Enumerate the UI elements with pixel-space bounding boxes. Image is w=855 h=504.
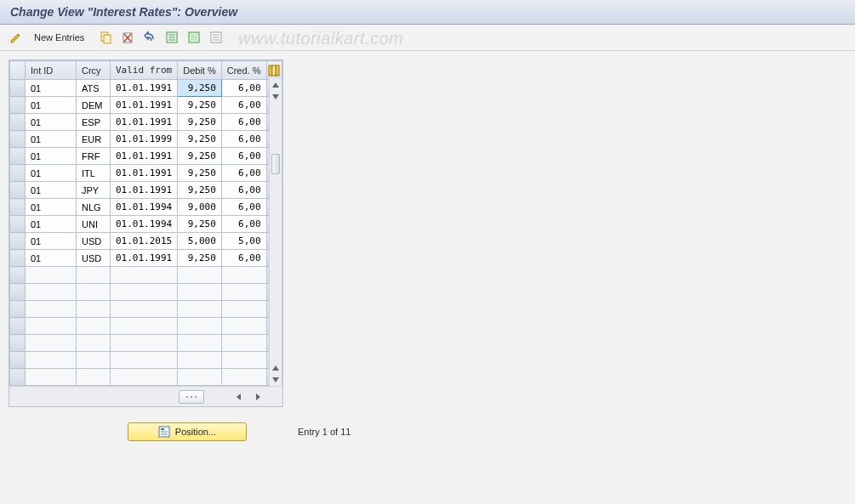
cell-debit[interactable]: 9,000: [178, 199, 222, 216]
scroll-right-icon[interactable]: [250, 390, 265, 404]
cell-cred[interactable]: 6,00: [221, 114, 266, 131]
cell-debit[interactable]: 9,250: [178, 148, 222, 165]
cell-intid[interactable]: 01: [26, 216, 77, 233]
first-column-button[interactable]: [179, 390, 204, 404]
cell-valid[interactable]: 01.01.1991: [111, 80, 178, 97]
cell-crcy[interactable]: JPY: [77, 182, 111, 199]
cell-debit[interactable]: 9,250: [178, 114, 222, 131]
cell-crcy[interactable]: ESP: [77, 114, 111, 131]
cell-crcy[interactable]: EUR: [77, 131, 111, 148]
table-row[interactable]: 01USD01.01.19919,2506,00: [10, 250, 282, 267]
cell-cred[interactable]: 5,00: [221, 233, 266, 250]
table-row[interactable]: 01UNI01.01.19949,2506,00: [10, 216, 282, 233]
cell-debit[interactable]: 9,250: [178, 80, 222, 97]
cell-cred[interactable]: 6,00: [221, 80, 266, 97]
select-all-icon[interactable]: [162, 28, 181, 47]
cell-crcy[interactable]: NLG: [77, 199, 111, 216]
cell-valid[interactable]: 01.01.1991: [111, 97, 178, 114]
table-row[interactable]: 01JPY01.01.19919,2506,00: [10, 182, 282, 199]
new-entries-button[interactable]: New Entries: [29, 31, 89, 44]
cell-cred[interactable]: 6,00: [221, 97, 266, 114]
cell-intid[interactable]: 01: [26, 199, 77, 216]
cell-debit[interactable]: 9,250: [178, 97, 222, 114]
cell-intid[interactable]: 01: [26, 233, 77, 250]
cell-valid[interactable]: 01.01.1999: [111, 131, 178, 148]
table-row[interactable]: 01ITL01.01.19919,2506,00: [10, 165, 282, 182]
cell-cred[interactable]: 6,00: [221, 199, 266, 216]
cell-cred[interactable]: 6,00: [221, 250, 266, 267]
select-all-header[interactable]: [10, 61, 26, 80]
col-header-cred[interactable]: Cred. %: [221, 61, 266, 80]
cell-crcy[interactable]: ITL: [77, 165, 111, 182]
col-header-valid[interactable]: Valid from: [111, 61, 178, 80]
position-button[interactable]: Position...: [128, 422, 247, 441]
delete-icon[interactable]: [118, 28, 137, 47]
table-row[interactable]: 01EUR01.01.19999,2506,00: [10, 131, 282, 148]
row-selector[interactable]: [10, 250, 26, 267]
row-selector[interactable]: [10, 97, 26, 114]
table-row[interactable]: 01FRF01.01.19919,2506,00: [10, 148, 282, 165]
scroll-left-icon[interactable]: [231, 390, 247, 404]
cell-crcy[interactable]: USD: [77, 250, 111, 267]
cell-debit[interactable]: 9,250: [178, 131, 222, 148]
vertical-scrollbar[interactable]: [269, 79, 282, 386]
table-row[interactable]: 01NLG01.01.19949,0006,00: [10, 199, 282, 216]
col-header-crcy[interactable]: Crcy: [77, 61, 111, 80]
cell-intid[interactable]: 01: [26, 80, 77, 97]
scroll-up-icon[interactable]: [270, 79, 282, 91]
cell-intid[interactable]: 01: [26, 131, 77, 148]
cell-debit[interactable]: 5,000: [178, 233, 222, 250]
cell-debit[interactable]: 9,250: [178, 216, 222, 233]
row-selector[interactable]: [10, 131, 26, 148]
scroll-up-icon-bottom[interactable]: [270, 362, 282, 374]
copy-icon[interactable]: [96, 28, 115, 47]
change-icon[interactable]: [7, 28, 26, 47]
cell-crcy[interactable]: ATS: [77, 80, 111, 97]
cell-crcy[interactable]: USD: [77, 233, 111, 250]
cell-valid[interactable]: 01.01.1991: [111, 165, 178, 182]
cell-valid[interactable]: 01.01.1994: [111, 216, 178, 233]
row-selector[interactable]: [10, 114, 26, 131]
table-row[interactable]: 01DEM01.01.19919,2506,00: [10, 97, 282, 114]
cell-cred[interactable]: 6,00: [221, 131, 266, 148]
cell-cred[interactable]: 6,00: [221, 216, 266, 233]
cell-cred[interactable]: 6,00: [221, 165, 266, 182]
row-selector[interactable]: [10, 165, 26, 182]
scroll-down-icon[interactable]: [270, 374, 282, 386]
col-header-intid[interactable]: Int ID: [26, 61, 77, 80]
row-selector[interactable]: [10, 216, 26, 233]
cell-intid[interactable]: 01: [26, 165, 77, 182]
cell-debit[interactable]: 9,250: [178, 182, 222, 199]
cell-intid[interactable]: 01: [26, 182, 77, 199]
scroll-thumb[interactable]: [271, 154, 280, 174]
cell-intid[interactable]: 01: [26, 114, 77, 131]
cell-valid[interactable]: 01.01.1991: [111, 114, 178, 131]
col-header-debit[interactable]: Debit %: [178, 61, 222, 80]
cell-intid[interactable]: 01: [26, 148, 77, 165]
cell-valid[interactable]: 01.01.1991: [111, 182, 178, 199]
cell-crcy[interactable]: DEM: [77, 97, 111, 114]
cell-debit[interactable]: 9,250: [178, 250, 222, 267]
cell-intid[interactable]: 01: [26, 250, 77, 267]
cell-cred[interactable]: 6,00: [221, 182, 266, 199]
cell-valid[interactable]: 01.01.1994: [111, 199, 178, 216]
table-config-icon[interactable]: [266, 61, 282, 80]
scroll-track[interactable]: [270, 103, 282, 362]
scroll-down-icon-top[interactable]: [270, 91, 282, 103]
row-selector[interactable]: [10, 199, 26, 216]
cell-crcy[interactable]: FRF: [77, 148, 111, 165]
table-row[interactable]: 01USD01.01.20155,0005,00: [10, 233, 282, 250]
table-row[interactable]: 01ATS01.01.19919,2506,00: [10, 80, 282, 97]
row-selector[interactable]: [10, 182, 26, 199]
cell-valid[interactable]: 01.01.1991: [111, 148, 178, 165]
cell-cred[interactable]: 6,00: [221, 148, 266, 165]
cell-debit[interactable]: 9,250: [178, 165, 222, 182]
table-row[interactable]: 01ESP01.01.19919,2506,00: [10, 114, 282, 131]
select-block-icon[interactable]: [185, 28, 203, 47]
row-selector[interactable]: [10, 80, 26, 97]
cell-valid[interactable]: 01.01.2015: [111, 233, 178, 250]
deselect-all-icon[interactable]: [207, 28, 225, 47]
cell-intid[interactable]: 01: [26, 97, 77, 114]
undo-icon[interactable]: [140, 28, 159, 47]
row-selector[interactable]: [10, 233, 26, 250]
